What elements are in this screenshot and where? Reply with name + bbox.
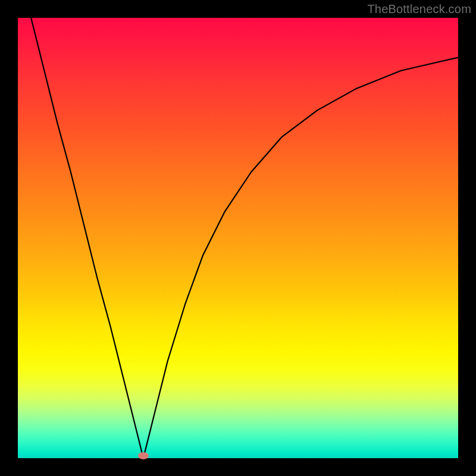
curve-left-branch [31,18,143,458]
curve-right-branch [143,58,458,458]
watermark-text: TheBottleneck.com [367,2,471,16]
minimum-marker [138,452,149,459]
plot-area [18,18,458,458]
chart-svg [18,18,458,458]
chart-frame: TheBottleneck.com [0,0,476,476]
